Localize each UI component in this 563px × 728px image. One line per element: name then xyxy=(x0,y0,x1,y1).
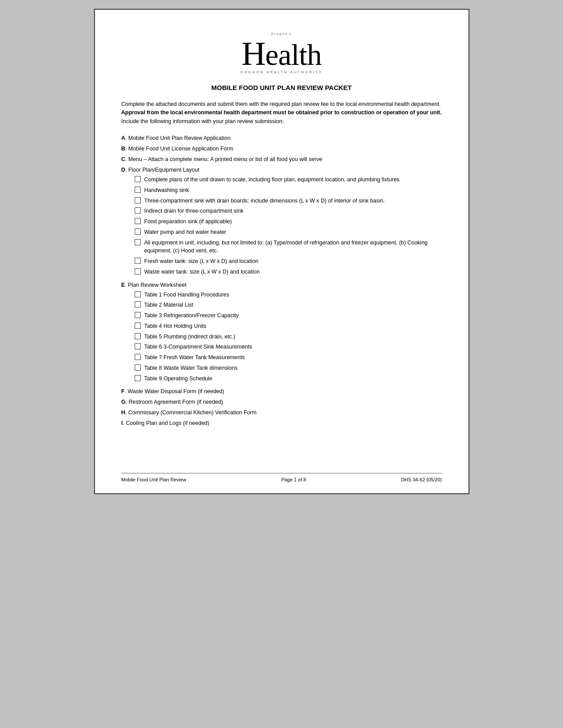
checkbox[interactable] xyxy=(135,323,141,329)
page: Oregon's Health OREGON HEALTH AUTHORITY … xyxy=(94,9,469,494)
intro-text-normal: Complete the attached documents and subm… xyxy=(121,101,441,107)
checkbox[interactable] xyxy=(135,229,141,235)
section-D-sublist: Complete plans of the unit drawn to scal… xyxy=(135,176,442,276)
intro-text-normal2: Include the following information with y… xyxy=(121,118,284,124)
section-A-label: A. Mobile Food Unit Plan Review Applicat… xyxy=(121,135,230,141)
checkbox[interactable] xyxy=(135,343,141,349)
list-item: Table 7 Fresh Water Tank Measurements xyxy=(135,353,442,362)
checkbox[interactable] xyxy=(135,291,141,297)
section-F: F. Waste Water Disposal Form (if needed) xyxy=(121,387,442,396)
section-H-label: H. Commissary (Commercial Kitchen) Verif… xyxy=(121,409,257,416)
checkbox[interactable] xyxy=(135,187,141,193)
intro-text-bold: Approval from the local environmental he… xyxy=(121,109,442,116)
checkbox[interactable] xyxy=(135,207,141,214)
section-H: H. Commissary (Commercial Kitchen) Verif… xyxy=(121,408,442,417)
list-item: Table 5 Plumbing (indirect drain, etc.) xyxy=(135,333,442,341)
checkbox[interactable] xyxy=(135,268,141,274)
page-footer: Mobile Food Unit Plan Review Page 1 of 8… xyxy=(121,473,442,482)
logo-ealth: ealth xyxy=(265,38,321,71)
checkbox[interactable] xyxy=(135,176,141,182)
list-item: Table 8 Waste Water Tank dimensions xyxy=(135,364,442,372)
header-logo: Oregon's Health OREGON HEALTH AUTHORITY xyxy=(121,32,442,75)
list-item: Table 1 Food Handling Procedures xyxy=(135,291,442,299)
section-D: D. Floor Plan/Equipment Layout Complete … xyxy=(121,165,442,276)
checkbox[interactable] xyxy=(135,218,141,224)
list-item: Water pump and hot water heater xyxy=(135,228,442,236)
checkbox[interactable] xyxy=(135,197,141,203)
checkbox[interactable] xyxy=(135,312,141,318)
section-A: A. Mobile Food Unit Plan Review Applicat… xyxy=(121,134,442,143)
footer-center: Page 1 of 8 xyxy=(281,477,306,482)
section-D-label: D. Floor Plan/Equipment Layout xyxy=(121,167,200,173)
section-G-label: G. Restroom Agreement Form (if needed) xyxy=(121,399,223,405)
logo-H: H xyxy=(242,35,265,72)
list-item: Complete plans of the unit drawn to scal… xyxy=(135,176,442,184)
list-item: Table 4 Hot Holding Units xyxy=(135,322,442,330)
checkbox[interactable] xyxy=(135,375,141,381)
list-item: Waste water tank: size (L x W x D) and l… xyxy=(135,268,442,276)
checkbox[interactable] xyxy=(135,333,141,339)
checkbox[interactable] xyxy=(135,301,141,308)
list-item: Table 2 Material List xyxy=(135,301,442,309)
list-item: Indirect drain for three-compartment sin… xyxy=(135,207,442,215)
section-I: I. Cooling Plan and Logs (if needed) xyxy=(121,419,442,428)
list-item: Table 9 Operating Schedule xyxy=(135,375,442,383)
checkbox[interactable] xyxy=(135,239,141,245)
intro-paragraph: Complete the attached documents and subm… xyxy=(121,100,442,126)
section-E-label: E. Plan Review Worksheet xyxy=(121,282,187,288)
list-item: All equipment in unit, including, but no… xyxy=(135,239,442,255)
section-C: C. Menu – Attach a complete menu: A prin… xyxy=(121,155,442,164)
section-F-label: F. Waste Water Disposal Form (if needed) xyxy=(121,388,224,394)
list-item: Fresh water tank: size (L x W x D) and l… xyxy=(135,257,442,266)
section-B: B. Mobile Food Unit License Application … xyxy=(121,144,442,153)
section-I-label: I. Cooling Plan and Logs (if needed) xyxy=(121,420,209,426)
logo-container: Oregon's Health OREGON HEALTH AUTHORITY xyxy=(241,32,323,74)
checkbox[interactable] xyxy=(135,364,141,371)
section-C-label: C. Menu – Attach a complete menu: A prin… xyxy=(121,156,322,162)
footer-right: DHS 34-62 (05/20) xyxy=(401,477,442,482)
section-G: G. Restroom Agreement Form (if needed) xyxy=(121,398,442,406)
logo-main-text: Health xyxy=(241,37,323,70)
list-item: Food preparation sink (if applicable) xyxy=(135,218,442,226)
sections-list: A. Mobile Food Unit Plan Review Applicat… xyxy=(121,134,442,428)
list-item: Handwashing sink xyxy=(135,186,442,195)
list-item: Three-compartment sink with drain boards… xyxy=(135,197,442,205)
section-B-label: B. Mobile Food Unit License Application … xyxy=(121,146,234,152)
list-item: Table 6 3-Compartment Sink Measurements xyxy=(135,343,442,351)
footer-left: Mobile Food Unit Plan Review xyxy=(121,477,186,482)
list-item: Table 3 Refrigeration/Freezer Capacity xyxy=(135,311,442,320)
checkbox[interactable] xyxy=(135,258,141,264)
section-E-sublist: Table 1 Food Handling Procedures Table 2… xyxy=(135,291,442,383)
logo-tagline: OREGON HEALTH AUTHORITY xyxy=(241,70,323,74)
checkbox[interactable] xyxy=(135,354,141,360)
page-title: MOBILE FOOD UNIT PLAN REVIEW PACKET xyxy=(121,84,442,91)
section-E: E. Plan Review Worksheet Table 1 Food Ha… xyxy=(121,281,442,383)
